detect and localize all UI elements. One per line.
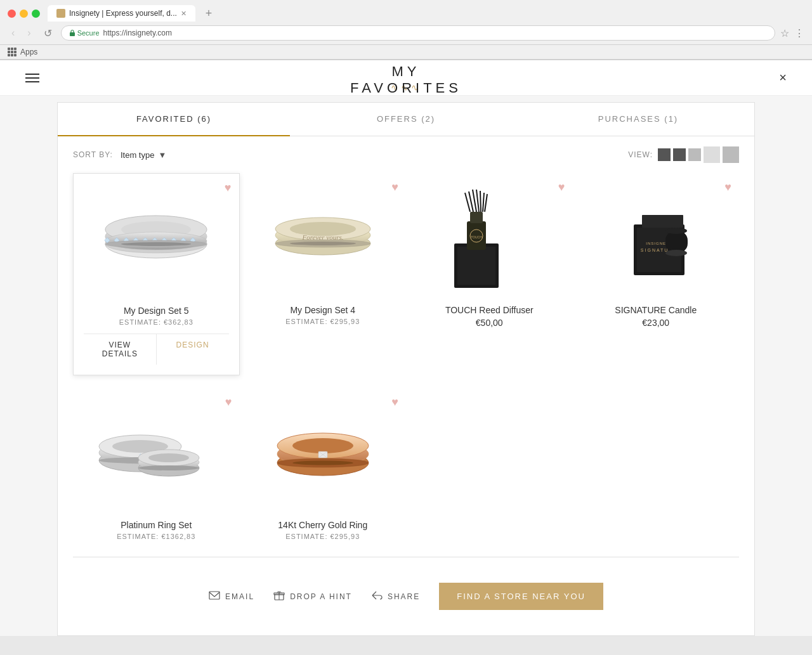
- empty-cell-2: [573, 388, 740, 550]
- svg-line-35: [476, 190, 479, 212]
- svg-rect-0: [70, 32, 75, 36]
- heart-icon-5[interactable]: ♥: [225, 396, 232, 409]
- drop-hint-action[interactable]: DROP A HINT: [273, 590, 352, 603]
- heart-icon-3[interactable]: ♥: [558, 181, 565, 194]
- svg-point-56: [148, 453, 189, 462]
- browser-chrome: Insignety | Express yourself, d... ✕ + ‹…: [0, 0, 812, 60]
- browser-nav: ‹ › ↺ Secure https://insignety.com ☆ ⋮: [0, 22, 812, 45]
- secure-badge: Secure: [69, 29, 100, 37]
- share-action[interactable]: SHARE: [371, 590, 420, 603]
- product-estimate-5: ESTIMATE: €1362,83: [83, 533, 230, 540]
- product-estimate-2: ESTIMATE: €295,93: [250, 318, 396, 325]
- product-name-1: My Design Set 5: [84, 306, 229, 316]
- product-name-2: My Design Set 4: [250, 305, 396, 315]
- minimize-window-btn[interactable]: [20, 10, 28, 18]
- product-card-5[interactable]: ♥: [73, 388, 240, 550]
- tab-favorited[interactable]: FAVORITED (6): [58, 103, 290, 136]
- svg-line-34: [473, 190, 476, 212]
- reload-btn[interactable]: ↺: [40, 26, 56, 41]
- hamburger-line: [25, 81, 39, 82]
- product-name-3: TOUCH Reed Diffuser: [416, 305, 563, 315]
- gold-ring-svg: [259, 405, 386, 506]
- svg-line-36: [480, 191, 481, 212]
- share-label: SHARE: [388, 592, 420, 601]
- apps-label[interactable]: Apps: [20, 48, 37, 56]
- product-name-5: Platinum Ring Set: [83, 520, 230, 530]
- sort-select[interactable]: Item type ▼: [121, 150, 166, 160]
- svg-rect-43: [642, 215, 683, 228]
- hamburger-line: [25, 74, 39, 75]
- svg-line-38: [485, 194, 487, 212]
- product-image-2: Forever yours.: [250, 183, 396, 297]
- ring-svg-2: Forever yours.: [259, 190, 386, 291]
- bookmarks-bar: Apps: [0, 45, 812, 60]
- svg-point-57: [138, 465, 199, 470]
- svg-point-25: [290, 242, 356, 245]
- svg-rect-29: [470, 212, 483, 223]
- fullscreen-window-btn[interactable]: [32, 10, 40, 18]
- design-btn[interactable]: DESIGN: [157, 334, 229, 365]
- heart-icon-2[interactable]: ♥: [391, 181, 398, 194]
- view-single-btn[interactable]: [723, 146, 739, 163]
- forward-btn[interactable]: ›: [23, 26, 34, 40]
- hamburger-menu[interactable]: [25, 74, 39, 82]
- email-icon: [209, 591, 220, 602]
- svg-point-18: [121, 242, 191, 246]
- page-title: MY FAVORITES: [350, 63, 462, 96]
- sort-view-bar: SORT BY: Item type ▼ VIEW:: [58, 136, 754, 173]
- view-grid-3-btn[interactable]: [673, 148, 686, 161]
- heart-icon-1[interactable]: ♥: [225, 181, 232, 195]
- tabs-bar: FAVORITED (6) OFFERS (2) PURCHASES (1): [58, 103, 754, 136]
- email-action[interactable]: EMAIL: [209, 591, 254, 602]
- svg-rect-27: [457, 247, 495, 285]
- sort-label: SORT BY:: [73, 150, 113, 159]
- address-bar[interactable]: Secure https://insignety.com: [61, 25, 775, 41]
- product-card-1[interactable]: ♥: [73, 173, 240, 375]
- tab-purchases[interactable]: PURCHASES (1): [522, 103, 754, 136]
- product-card-6[interactable]: ♥: [240, 388, 407, 550]
- close-btn[interactable]: ×: [779, 70, 787, 85]
- heart-icon-4[interactable]: ♥: [724, 181, 731, 194]
- product-name-4: SIGNATURE Candle: [583, 305, 730, 315]
- product-card-3[interactable]: ♥ TOUCH: [406, 173, 573, 375]
- browser-tab[interactable]: Insignety | Express yourself, d... ✕: [48, 5, 195, 22]
- product-grid-row1: ♥: [58, 173, 754, 375]
- back-btn[interactable]: ‹: [8, 26, 18, 40]
- svg-point-45: [665, 228, 687, 234]
- product-price-3: €50,00: [416, 318, 563, 328]
- product-card-2[interactable]: ♥: [240, 173, 407, 375]
- product-estimate-6: ESTIMATE: €295,93: [250, 533, 396, 540]
- view-details-btn[interactable]: VIEW DETAILS: [84, 334, 157, 365]
- product-image-6: [250, 398, 396, 512]
- ring-svg-1: [93, 190, 219, 292]
- site-header: MY FAVORITES ∿∿∿ ×: [0, 60, 812, 96]
- svg-point-66: [292, 461, 353, 465]
- window-controls[interactable]: [8, 10, 40, 18]
- view-list-btn[interactable]: [704, 146, 720, 163]
- close-window-btn[interactable]: [8, 10, 16, 18]
- view-options: [658, 146, 739, 163]
- new-tab-btn[interactable]: +: [200, 7, 218, 20]
- tab-offers[interactable]: OFFERS (2): [290, 103, 522, 136]
- view-grid-2-btn[interactable]: [688, 148, 701, 161]
- apps-grid-icon: [8, 48, 16, 56]
- find-store-btn[interactable]: FIND A STORE NEAR YOU: [439, 583, 603, 610]
- tab-favicon: [56, 9, 65, 18]
- candle-svg: INSIGNETY SIGNATURE: [599, 186, 713, 294]
- svg-text:TOUCH: TOUCH: [471, 235, 482, 239]
- tab-close-icon[interactable]: ✕: [181, 10, 187, 18]
- svg-rect-67: [209, 592, 219, 599]
- menu-icon[interactable]: ⋮: [794, 27, 804, 39]
- view-grid-4-btn[interactable]: [658, 148, 671, 161]
- url-text: https://insignety.com: [103, 29, 173, 37]
- share-icon: [371, 590, 383, 603]
- diffuser-svg: TOUCH: [432, 186, 546, 294]
- bookmark-icon[interactable]: ☆: [780, 27, 789, 39]
- product-grid-row2: ♥: [58, 375, 754, 550]
- card-actions-1: VIEW DETAILS DESIGN: [84, 334, 229, 365]
- product-estimate-1: ESTIMATE: €362,83: [84, 318, 229, 326]
- drop-hint-label: DROP A HINT: [290, 592, 352, 601]
- product-card-4[interactable]: ♥ INSIGNETY SIGNATURE: [573, 173, 740, 375]
- svg-point-46: [665, 250, 687, 256]
- heart-icon-6[interactable]: ♥: [391, 396, 398, 409]
